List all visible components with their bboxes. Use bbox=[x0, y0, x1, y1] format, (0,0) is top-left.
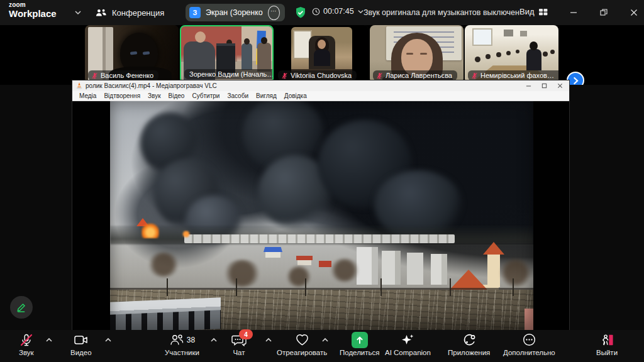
participant-name: Немирівський фахови… bbox=[480, 72, 558, 79]
window-minimize-button[interactable] bbox=[566, 5, 581, 20]
muted-mic-icon bbox=[281, 72, 288, 79]
vlc-menu-media[interactable]: Медіа bbox=[76, 92, 99, 99]
more-ellipsis-icon bbox=[522, 332, 536, 347]
chevron-down-icon[interactable] bbox=[74, 9, 82, 16]
audio-status-message: Звук оригинала для музыкантов выключен bbox=[364, 8, 519, 17]
leave-label: Выйти bbox=[596, 349, 618, 356]
annotate-button[interactable] bbox=[10, 296, 33, 319]
participants-button[interactable]: 38 Участники bbox=[165, 332, 199, 356]
muted-mic-icon bbox=[471, 72, 478, 79]
vlc-title-bar[interactable]: ролик Василис(4).mp4 - Медіапрогравач VL… bbox=[72, 80, 569, 91]
participant-name: Viktoriia Chudovska bbox=[291, 72, 352, 79]
top-bar: zoom Workplace Конференция З Экран (Зоре… bbox=[0, 0, 644, 25]
apps-label: Приложения bbox=[448, 349, 490, 356]
audio-options-caret[interactable] bbox=[45, 336, 53, 344]
vlc-menu-tools[interactable]: Засоби bbox=[224, 92, 252, 99]
vlc-menu-video[interactable]: Відео bbox=[165, 92, 188, 99]
share-screen-button[interactable]: Поделиться bbox=[340, 332, 380, 356]
video-label: Видео bbox=[70, 349, 92, 356]
security-shield-icon[interactable] bbox=[294, 6, 307, 19]
tab-meeting[interactable]: Конференция bbox=[96, 5, 164, 20]
vlc-cone-icon bbox=[76, 82, 82, 89]
participants-icon bbox=[169, 333, 184, 346]
ai-companion-label: AI Companion bbox=[385, 349, 431, 356]
vlc-menu-playback[interactable]: Відтворення bbox=[101, 92, 143, 99]
muted-mic-icon bbox=[376, 72, 383, 79]
sparkle-icon bbox=[400, 333, 415, 347]
chevron-right-icon bbox=[572, 77, 580, 85]
window-restore-button[interactable] bbox=[596, 5, 611, 20]
participants-count: 38 bbox=[187, 336, 195, 344]
heart-icon bbox=[295, 333, 309, 346]
more-label: Дополнительно bbox=[503, 349, 555, 356]
participant-name-pill: Зоренко Вадим (Начальн… bbox=[184, 69, 274, 79]
participant-tile[interactable]: Немирівський фахови… bbox=[465, 25, 558, 84]
participants-options-caret[interactable] bbox=[210, 336, 218, 344]
chat-options-caret[interactable] bbox=[265, 336, 272, 344]
vlc-menu-audio[interactable]: Звук bbox=[145, 92, 164, 99]
logo-workplace: Workplace bbox=[9, 9, 57, 18]
vlc-close-button[interactable] bbox=[557, 83, 563, 89]
layout-grid-icon bbox=[539, 8, 548, 16]
audio-button[interactable]: Звук bbox=[19, 332, 34, 356]
zoom-meeting-window: zoom Workplace Конференция З Экран (Зоре… bbox=[0, 0, 644, 362]
react-label: Отреагировать bbox=[277, 349, 327, 356]
zoom-workplace-logo: zoom Workplace bbox=[9, 2, 57, 18]
muted-mic-icon bbox=[91, 72, 98, 79]
camera-icon bbox=[74, 334, 89, 346]
meeting-toolbar: Звук Видео 38 Участники 4 Чат Отреаг bbox=[0, 330, 644, 362]
more-button[interactable]: Дополнительно bbox=[503, 332, 555, 356]
vlc-video-area bbox=[72, 101, 569, 330]
apps-icon bbox=[462, 333, 476, 347]
participants-label: Участники bbox=[165, 349, 199, 356]
participant-name-pill: Немирівський фахови… bbox=[468, 70, 558, 80]
participant-name-pill: Viktoriia Chudovska bbox=[278, 70, 357, 80]
screen-share-pill[interactable]: З Экран (Зоренко ⋯ bbox=[186, 4, 285, 21]
participant-tile-active-speaker[interactable]: Зоренко Вадим (Начальн… bbox=[180, 25, 274, 84]
participants-group-icon bbox=[96, 8, 107, 18]
window-close-button[interactable] bbox=[626, 5, 641, 20]
tab-meeting-label: Конференция bbox=[112, 8, 164, 18]
participant-name: Василь Фененко bbox=[101, 72, 153, 79]
leave-button[interactable]: Выйти bbox=[596, 332, 618, 356]
screen-share-label: Экран (Зоренко bbox=[206, 8, 263, 17]
vlc-menu-subtitles[interactable]: Субтитри bbox=[189, 92, 223, 99]
audio-label: Звук bbox=[19, 349, 34, 356]
react-options-caret[interactable] bbox=[321, 336, 329, 344]
logo-zoom: zoom bbox=[9, 2, 57, 8]
meeting-timer: 00:07:45 bbox=[312, 7, 364, 16]
ai-companion-button[interactable]: AI Companion bbox=[385, 332, 431, 356]
vlc-menu-bar: Медіа Відтворення Звук Відео Субтитри За… bbox=[72, 91, 569, 101]
participant-name: Лариса Лаврентьєва bbox=[386, 72, 452, 79]
participant-tile[interactable]: Viktoriia Chudovska bbox=[275, 25, 369, 84]
share-screen-label: Поделиться bbox=[340, 349, 380, 356]
vlc-menu-view[interactable]: Вигляд bbox=[253, 92, 280, 99]
sharer-avatar: З bbox=[189, 7, 201, 18]
share-screen-icon bbox=[352, 332, 368, 348]
video-frame-smoke-over-city bbox=[110, 101, 533, 330]
vlc-window-title: ролик Василис(4).mp4 - Медіапрогравач VL… bbox=[86, 82, 523, 89]
view-menu[interactable]: Вид bbox=[519, 7, 548, 16]
vlc-menu-help[interactable]: Довідка bbox=[281, 92, 310, 99]
vlc-player-window: ролик Василис(4).mp4 - Медіапрогравач VL… bbox=[72, 80, 569, 330]
more-options-icon[interactable]: ⋯ bbox=[268, 6, 280, 20]
chat-unread-badge: 4 bbox=[239, 329, 253, 339]
participant-name-pill: Лариса Лаврентьєва bbox=[373, 70, 457, 80]
chat-button[interactable]: 4 Чат bbox=[231, 332, 247, 356]
vlc-minimize-button[interactable] bbox=[526, 83, 531, 89]
vlc-maximize-button[interactable] bbox=[541, 83, 547, 89]
pencil-icon bbox=[16, 302, 27, 313]
participant-name: Зоренко Вадим (Начальн… bbox=[189, 70, 274, 78]
participant-tile[interactable]: Василь Фененко bbox=[85, 25, 179, 84]
apps-button[interactable]: Приложения bbox=[448, 332, 490, 356]
participant-name-pill: Василь Фененко bbox=[88, 70, 158, 80]
participant-filmstrip: Василь Фененко Зоренко Вадим (Начальн… bbox=[0, 25, 644, 85]
video-button[interactable]: Видео bbox=[70, 332, 92, 356]
leave-door-icon bbox=[600, 333, 614, 347]
timer-value: 00:07:45 bbox=[323, 7, 354, 16]
muted-mic-icon bbox=[19, 333, 33, 347]
video-options-caret[interactable] bbox=[104, 336, 112, 344]
participant-tile[interactable]: Лариса Лаврентьєва bbox=[370, 25, 464, 84]
react-button[interactable]: Отреагировать bbox=[277, 332, 327, 356]
chat-label: Чат bbox=[233, 349, 245, 356]
